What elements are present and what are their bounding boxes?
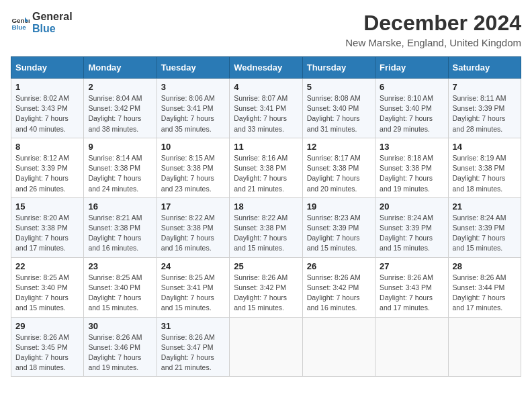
- calendar-cell: 11Sunrise: 8:16 AMSunset: 3:38 PMDayligh…: [230, 138, 302, 197]
- day-number: 18: [234, 201, 298, 212]
- calendar-cell: 21Sunrise: 8:24 AMSunset: 3:39 PMDayligh…: [448, 197, 521, 257]
- day-detail: Sunrise: 8:25 AMSunset: 3:40 PMDaylight:…: [88, 273, 152, 314]
- calendar-cell: 25Sunrise: 8:26 AMSunset: 3:42 PMDayligh…: [230, 257, 302, 317]
- day-detail: Sunrise: 8:17 AMSunset: 3:38 PMDaylight:…: [307, 153, 371, 194]
- day-detail: Sunrise: 8:25 AMSunset: 3:41 PMDaylight:…: [161, 273, 225, 314]
- calendar-cell: 19Sunrise: 8:23 AMSunset: 3:39 PMDayligh…: [302, 197, 375, 257]
- calendar-week-row: 15Sunrise: 8:20 AMSunset: 3:38 PMDayligh…: [11, 197, 521, 257]
- day-detail: Sunrise: 8:26 AMSunset: 3:42 PMDaylight:…: [234, 273, 298, 314]
- day-number: 14: [453, 142, 517, 152]
- day-number: 22: [15, 261, 79, 271]
- calendar-cell: 14Sunrise: 8:19 AMSunset: 3:38 PMDayligh…: [448, 138, 521, 197]
- day-number: 21: [453, 201, 517, 212]
- title-section: December 2024 New Marske, England, Unite…: [345, 11, 521, 48]
- header-saturday: Saturday: [448, 57, 521, 79]
- calendar-cell: 9Sunrise: 8:14 AMSunset: 3:38 PMDaylight…: [84, 138, 157, 197]
- header-friday: Friday: [375, 57, 448, 79]
- day-number: 19: [307, 201, 371, 212]
- day-number: 16: [88, 201, 152, 212]
- day-number: 12: [307, 142, 371, 152]
- day-detail: Sunrise: 8:24 AMSunset: 3:39 PMDaylight:…: [380, 213, 443, 254]
- day-detail: Sunrise: 8:26 AMSunset: 3:45 PMDaylight:…: [15, 332, 79, 373]
- calendar-cell: 13Sunrise: 8:18 AMSunset: 3:38 PMDayligh…: [375, 138, 448, 197]
- day-detail: Sunrise: 8:06 AMSunset: 3:41 PMDaylight:…: [161, 93, 225, 134]
- day-detail: Sunrise: 8:22 AMSunset: 3:38 PMDaylight:…: [234, 213, 298, 254]
- calendar-cell: 7Sunrise: 8:11 AMSunset: 3:39 PMDaylight…: [448, 79, 521, 138]
- calendar-table: SundayMondayTuesdayWednesdayThursdayFrid…: [11, 56, 521, 377]
- day-number: 26: [307, 261, 371, 271]
- calendar-week-row: 1Sunrise: 8:02 AMSunset: 3:43 PMDaylight…: [11, 79, 521, 138]
- day-detail: Sunrise: 8:02 AMSunset: 3:43 PMDaylight:…: [15, 93, 79, 134]
- calendar-cell: 22Sunrise: 8:25 AMSunset: 3:40 PMDayligh…: [11, 257, 84, 317]
- day-number: 30: [88, 321, 152, 331]
- day-detail: Sunrise: 8:14 AMSunset: 3:38 PMDaylight:…: [88, 153, 152, 194]
- logo-general-text: General: [32, 11, 73, 23]
- header-sunday: Sunday: [11, 57, 84, 79]
- header-monday: Monday: [84, 57, 157, 79]
- calendar-week-row: 29Sunrise: 8:26 AMSunset: 3:45 PMDayligh…: [11, 317, 521, 377]
- day-number: 28: [453, 261, 517, 271]
- calendar-week-row: 8Sunrise: 8:12 AMSunset: 3:39 PMDaylight…: [11, 138, 521, 197]
- day-number: 13: [380, 142, 443, 152]
- calendar-cell: 26Sunrise: 8:26 AMSunset: 3:42 PMDayligh…: [302, 257, 375, 317]
- header-tuesday: Tuesday: [157, 57, 229, 79]
- day-number: 29: [15, 321, 79, 331]
- calendar-cell: 6Sunrise: 8:10 AMSunset: 3:40 PMDaylight…: [375, 79, 448, 138]
- calendar-cell: 17Sunrise: 8:22 AMSunset: 3:38 PMDayligh…: [157, 197, 229, 257]
- header-wednesday: Wednesday: [230, 57, 302, 79]
- day-detail: Sunrise: 8:26 AMSunset: 3:47 PMDaylight:…: [161, 332, 225, 373]
- logo-icon: General Blue: [11, 13, 30, 32]
- day-detail: Sunrise: 8:15 AMSunset: 3:38 PMDaylight:…: [161, 153, 225, 194]
- day-detail: Sunrise: 8:20 AMSunset: 3:38 PMDaylight:…: [15, 213, 79, 254]
- day-number: 5: [307, 82, 371, 92]
- header-thursday: Thursday: [302, 57, 375, 79]
- day-detail: Sunrise: 8:19 AMSunset: 3:38 PMDaylight:…: [453, 153, 517, 194]
- day-detail: Sunrise: 8:04 AMSunset: 3:42 PMDaylight:…: [88, 93, 152, 134]
- day-detail: Sunrise: 8:11 AMSunset: 3:39 PMDaylight:…: [453, 93, 517, 134]
- day-detail: Sunrise: 8:22 AMSunset: 3:38 PMDaylight:…: [161, 213, 225, 254]
- calendar-cell: 31Sunrise: 8:26 AMSunset: 3:47 PMDayligh…: [157, 317, 229, 377]
- day-detail: Sunrise: 8:10 AMSunset: 3:40 PMDaylight:…: [380, 93, 443, 134]
- day-number: 6: [380, 82, 443, 92]
- day-detail: Sunrise: 8:16 AMSunset: 3:38 PMDaylight:…: [234, 153, 298, 194]
- page-subtitle: New Marske, England, United Kingdom: [345, 37, 521, 48]
- calendar-cell: 30Sunrise: 8:26 AMSunset: 3:46 PMDayligh…: [84, 317, 157, 377]
- day-number: 1: [15, 82, 79, 92]
- logo: General Blue General Blue: [11, 11, 73, 34]
- day-number: 8: [15, 142, 79, 152]
- day-number: 10: [161, 142, 225, 152]
- calendar-cell: 12Sunrise: 8:17 AMSunset: 3:38 PMDayligh…: [302, 138, 375, 197]
- calendar-cell: 3Sunrise: 8:06 AMSunset: 3:41 PMDaylight…: [157, 79, 229, 138]
- calendar-cell: 27Sunrise: 8:26 AMSunset: 3:43 PMDayligh…: [375, 257, 448, 317]
- calendar-cell: [448, 317, 521, 377]
- day-number: 2: [88, 82, 152, 92]
- calendar-cell: 20Sunrise: 8:24 AMSunset: 3:39 PMDayligh…: [375, 197, 448, 257]
- day-detail: Sunrise: 8:12 AMSunset: 3:39 PMDaylight:…: [15, 153, 79, 194]
- day-detail: Sunrise: 8:26 AMSunset: 3:42 PMDaylight:…: [307, 273, 371, 314]
- day-detail: Sunrise: 8:26 AMSunset: 3:44 PMDaylight:…: [453, 273, 517, 314]
- calendar-cell: 23Sunrise: 8:25 AMSunset: 3:40 PMDayligh…: [84, 257, 157, 317]
- calendar-cell: 24Sunrise: 8:25 AMSunset: 3:41 PMDayligh…: [157, 257, 229, 317]
- day-detail: Sunrise: 8:26 AMSunset: 3:43 PMDaylight:…: [380, 273, 443, 314]
- day-detail: Sunrise: 8:18 AMSunset: 3:38 PMDaylight:…: [380, 153, 443, 194]
- day-detail: Sunrise: 8:21 AMSunset: 3:38 PMDaylight:…: [88, 213, 152, 254]
- day-number: 15: [15, 201, 79, 212]
- day-number: 11: [234, 142, 298, 152]
- day-detail: Sunrise: 8:08 AMSunset: 3:40 PMDaylight:…: [307, 93, 371, 134]
- logo-blue-text: Blue: [32, 23, 73, 35]
- day-number: 20: [380, 201, 443, 212]
- day-number: 25: [234, 261, 298, 271]
- day-detail: Sunrise: 8:23 AMSunset: 3:39 PMDaylight:…: [307, 213, 371, 254]
- calendar-cell: 4Sunrise: 8:07 AMSunset: 3:41 PMDaylight…: [230, 79, 302, 138]
- calendar-cell: 18Sunrise: 8:22 AMSunset: 3:38 PMDayligh…: [230, 197, 302, 257]
- calendar-cell: [230, 317, 302, 377]
- calendar-cell: 15Sunrise: 8:20 AMSunset: 3:38 PMDayligh…: [11, 197, 84, 257]
- svg-text:Blue: Blue: [11, 23, 26, 30]
- day-number: 31: [161, 321, 225, 331]
- day-number: 27: [380, 261, 443, 271]
- calendar-week-row: 22Sunrise: 8:25 AMSunset: 3:40 PMDayligh…: [11, 257, 521, 317]
- day-number: 4: [234, 82, 298, 92]
- day-detail: Sunrise: 8:25 AMSunset: 3:40 PMDaylight:…: [15, 273, 79, 314]
- day-number: 3: [161, 82, 225, 92]
- page-header: General Blue General Blue December 2024 …: [11, 11, 521, 48]
